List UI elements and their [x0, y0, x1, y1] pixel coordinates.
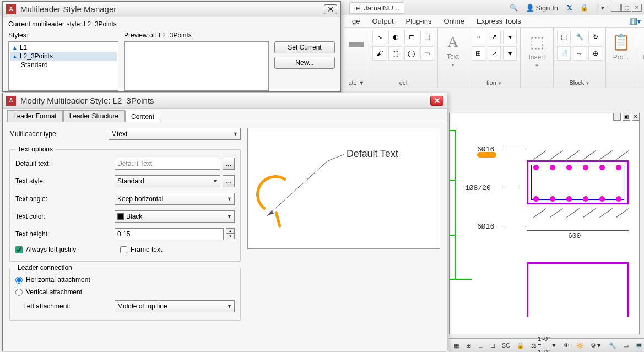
- user-icon: 👤: [526, 4, 534, 12]
- default-text-label: Default text:: [15, 160, 115, 167]
- signin-button[interactable]: 👤 Sign In: [522, 4, 561, 12]
- clipboard-tool[interactable]: 📄Clip...: [640, 30, 644, 64]
- annoscale-icon[interactable]: 🔒: [514, 340, 527, 351]
- exchange-icon[interactable]: 𝕏: [564, 3, 576, 13]
- tool-icon[interactable]: ⬚: [420, 30, 434, 44]
- minimize-button[interactable]: —: [611, 4, 621, 12]
- tool-icon[interactable]: ⊞: [472, 46, 485, 61]
- section-rect-2: [527, 262, 629, 317]
- tool-icon[interactable]: ↗: [488, 46, 501, 61]
- browse-button[interactable]: ...: [223, 158, 235, 170]
- multileader-type-combo[interactable]: Mtext▼: [109, 128, 241, 140]
- style-item[interactable]: Standard: [10, 61, 117, 69]
- drawing-area[interactable]: 6Ø16 1Ø8/20 6Ø16 600: [449, 113, 640, 334]
- browse-button[interactable]: ...: [223, 175, 235, 187]
- tool-icon[interactable]: ◯: [404, 46, 418, 61]
- default-text-input[interactable]: Default Text: [115, 158, 220, 170]
- tool-icon[interactable]: 🖌: [372, 46, 386, 61]
- dialog-title: Modify Multileader Style: L2_3Points: [20, 96, 154, 105]
- panel-label[interactable]: eel: [369, 79, 437, 86]
- spin-up[interactable]: ▲: [226, 228, 235, 234]
- left-justify-checkbox[interactable]: [15, 246, 23, 253]
- tool-icon[interactable]: 🔧: [573, 30, 587, 44]
- sc-button[interactable]: SC: [499, 340, 513, 350]
- annoscale-value[interactable]: ⚖ 1'-0" = 1'-0" ▼: [528, 334, 560, 352]
- tool-icon[interactable]: ⬚: [388, 46, 402, 61]
- spin-down[interactable]: ▼: [226, 234, 235, 239]
- preview-pane: [124, 41, 269, 91]
- horizontal-attachment-radio[interactable]: [15, 277, 23, 284]
- block-panel[interactable]: Block: [554, 79, 605, 86]
- maximize-button[interactable]: ▢: [621, 4, 631, 12]
- tool-icon[interactable]: ↔: [573, 46, 587, 61]
- ribbon-tab[interactable]: Output: [366, 16, 399, 26]
- ribbon-tab[interactable]: Online: [438, 16, 470, 26]
- share-icon[interactable]: 🔒: [578, 3, 590, 13]
- text-style-combo[interactable]: Standard▼: [115, 175, 220, 187]
- model-space-button[interactable]: ▦: [451, 340, 462, 351]
- tool-icon[interactable]: ◐: [388, 30, 402, 44]
- clean-button[interactable]: ▭: [620, 340, 631, 351]
- quickprops-button[interactable]: ⊡: [488, 340, 498, 351]
- autoadd-button[interactable]: 🔆: [573, 340, 587, 351]
- preview-label: Preview of: L2_3Points: [124, 31, 269, 39]
- dimension-text: 600: [568, 232, 581, 240]
- tool-icon[interactable]: ▭: [420, 46, 434, 61]
- snap-button[interactable]: ∟: [475, 340, 486, 350]
- tab-leader-structure[interactable]: Leader Structure: [63, 110, 125, 122]
- text-height-label: Text height:: [15, 230, 115, 238]
- text-angle-label: Text angle:: [15, 195, 115, 203]
- multileader-style-manager-dialog: A Multileader Style Manager ✕ Current mu…: [2, 1, 341, 92]
- document-tab[interactable]: le_JamalNU...: [349, 2, 404, 14]
- frame-text-checkbox[interactable]: [120, 246, 127, 253]
- restore-viewport-icon[interactable]: ▣: [623, 113, 630, 121]
- close-button[interactable]: ✕: [430, 96, 443, 106]
- text-angle-combo[interactable]: Keep horizontal▼: [115, 193, 235, 205]
- left-attachment-combo[interactable]: Middle of top line▼: [115, 300, 235, 312]
- text-height-input[interactable]: 0.15: [115, 228, 224, 240]
- tool-icon[interactable]: ↻: [588, 30, 602, 44]
- text-tool[interactable]: AText▼: [441, 30, 464, 71]
- new-button[interactable]: New...: [274, 57, 335, 69]
- app-icon: A: [6, 96, 16, 106]
- vertical-attachment-radio[interactable]: [15, 289, 23, 296]
- close-window-button[interactable]: ✕: [632, 4, 642, 12]
- tool-icon[interactable]: ⊕: [588, 46, 602, 61]
- tool-icon[interactable]: 📄: [557, 46, 571, 61]
- leader-icon: ▲: [12, 45, 18, 51]
- style-item[interactable]: ▲L1: [10, 43, 117, 52]
- tool-icon[interactable]: ⊏: [404, 30, 418, 44]
- ribbon-tab[interactable]: Plug-ins: [401, 16, 437, 26]
- toolbar-button[interactable]: 🔧: [606, 340, 619, 351]
- styles-list[interactable]: ▲L1 ▲L2_3Points Standard: [8, 41, 118, 91]
- close-button[interactable]: ✕: [324, 4, 337, 14]
- close-viewport-icon[interactable]: ✕: [632, 113, 640, 121]
- ribbon-tab[interactable]: ge: [347, 16, 365, 26]
- tab-content[interactable]: Content: [125, 111, 160, 122]
- ribbon-tab[interactable]: Express Tools: [471, 16, 527, 26]
- properties-tool[interactable]: 📋Pro...: [609, 30, 632, 64]
- leader-icon[interactable]: ↗: [488, 30, 501, 44]
- tool-icon[interactable]: ▾: [503, 46, 517, 61]
- ribbon-info-icon[interactable]: ℹ️▾: [626, 18, 644, 25]
- search-icon[interactable]: 🔍: [508, 3, 520, 13]
- hardware-button[interactable]: 💻: [632, 340, 644, 351]
- leader-connection-legend: Leader connection: [15, 264, 74, 272]
- tool-icon[interactable]: ▾: [503, 30, 517, 44]
- grid-button[interactable]: ⊞: [463, 340, 474, 351]
- text-color-combo[interactable]: Black▼: [115, 210, 235, 223]
- svg-line-2: [327, 155, 344, 161]
- tool-icon[interactable]: ⬚: [557, 30, 571, 44]
- annotation-panel[interactable]: tion: [468, 79, 520, 86]
- insert-tool[interactable]: ⬚Insert▼: [524, 30, 550, 72]
- ws-button[interactable]: ⚙▼: [588, 340, 605, 351]
- style-item-selected[interactable]: ▲L2_3Points: [10, 52, 117, 61]
- minimize-viewport-icon[interactable]: —: [613, 113, 621, 121]
- help-icon[interactable]: ❔▾: [592, 3, 604, 13]
- dim-icon[interactable]: ↔: [472, 30, 485, 44]
- tool-icon[interactable]: ↘: [372, 30, 386, 44]
- panel-label[interactable]: ate ▼: [344, 79, 369, 86]
- tab-leader-format[interactable]: Leader Format: [7, 110, 63, 122]
- annovis-button[interactable]: 👁: [561, 340, 572, 350]
- set-current-button[interactable]: Set Current: [274, 41, 335, 53]
